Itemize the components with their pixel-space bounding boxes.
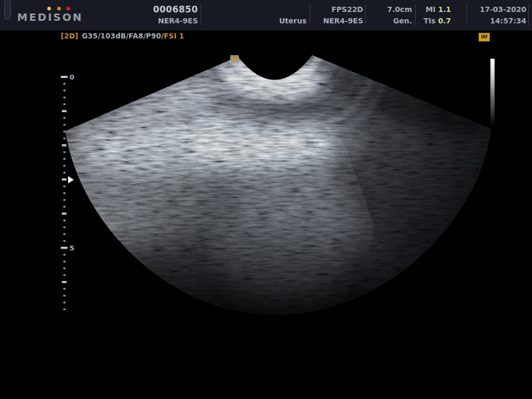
frame-rate: FPS22D	[323, 4, 363, 15]
ruler-tick	[62, 281, 66, 283]
gain-params: G35/103dB/FA8/P90/	[82, 32, 164, 40]
ruler-tick	[63, 124, 65, 126]
ruler-tick	[63, 103, 65, 105]
divider	[467, 4, 467, 25]
ruler-tick	[63, 83, 65, 85]
exam-preset: Uterus	[279, 15, 307, 26]
logo-dot-orange-icon	[57, 7, 61, 10]
depth-label-5: 5	[70, 244, 74, 252]
scan-mode: Gen.	[387, 15, 412, 26]
ruler-tick	[63, 151, 65, 153]
patient-id: 0006850	[153, 4, 198, 15]
date: 17-03-2020	[480, 4, 526, 15]
ruler-tick	[63, 233, 65, 235]
ruler-tick	[62, 178, 66, 180]
ruler-tick	[63, 206, 65, 208]
depth-label-0: 0	[70, 73, 74, 81]
datetime-block: 17-03-2020 14:57:34	[480, 4, 526, 26]
preset-block: Uterus	[279, 4, 307, 26]
ruler-tick	[63, 97, 65, 98]
divider	[365, 4, 366, 25]
ruler-tick	[61, 247, 68, 249]
scan-depth: 7.0cm	[387, 4, 412, 15]
ruler-tick	[63, 309, 65, 310]
tis-value: 0.7	[438, 17, 451, 25]
ruler-tick	[62, 144, 66, 147]
ruler-tick	[63, 185, 65, 187]
mi-label: MI	[425, 5, 435, 14]
ruler-tick	[62, 212, 66, 215]
ruler-tick	[62, 110, 66, 112]
mode-tag: [2D]	[61, 32, 78, 40]
image-parameters: [2D]G35/103dB/FA8/P90/FSI 1	[61, 32, 184, 40]
divider	[201, 4, 201, 25]
ruler-tick	[63, 138, 65, 139]
ruler-tick	[63, 227, 65, 228]
ultrasound-image: 0 5	[0, 0, 532, 399]
mi-value: 1.1	[438, 5, 451, 14]
ruler-tick	[63, 192, 65, 194]
ruler-tick	[63, 117, 65, 119]
brand-name: MEDISON	[17, 11, 83, 23]
divider	[310, 4, 310, 25]
patient-block: 0006850 NER4-9ES	[153, 4, 198, 26]
ruler-tick	[63, 90, 65, 91]
ruler-tick	[63, 288, 65, 290]
fsi-tag: FSI 1	[164, 32, 184, 40]
ruler-tick	[63, 131, 65, 132]
ultrasound-screen: 0 5 MEDISON 0006850 NER4-9ES Uterus FPS2…	[0, 0, 532, 399]
ruler-tick	[63, 254, 65, 256]
ruler-tick	[63, 165, 65, 167]
ruler-tick	[63, 220, 65, 221]
patient-probe: NER4-9ES	[153, 15, 198, 26]
probe-model: NER4-9ES	[323, 15, 363, 26]
safety-indices-block: MI 1.1 TIs 0.7	[423, 4, 451, 26]
srf-badge[interactable]: SRF	[478, 33, 490, 42]
side-menu-handle[interactable]	[4, 0, 11, 19]
ruler-tick	[63, 240, 65, 242]
divider	[415, 4, 416, 25]
ruler-tick	[63, 274, 65, 276]
ruler-tick	[63, 268, 65, 269]
orientation-marker-badge: M	[230, 55, 239, 63]
logo-dot-red-icon	[66, 7, 70, 10]
ruler-tick	[63, 261, 65, 262]
ruler-tick	[63, 302, 65, 303]
depth-mode-block: 7.0cm Gen.	[387, 4, 412, 26]
logo-dot-yellow-icon	[47, 7, 51, 10]
ruler-tick	[63, 199, 65, 201]
acquisition-block: FPS22D NER4-9ES	[323, 4, 363, 26]
tis-label: TIs	[423, 17, 435, 25]
status-bar: MEDISON 0006850 NER4-9ES Uterus FPS22D N…	[0, 0, 532, 30]
ruler-tick	[63, 172, 65, 174]
time: 14:57:34	[480, 15, 526, 26]
grayscale-bar	[490, 59, 495, 125]
ruler-tick	[63, 295, 65, 297]
ruler-tick	[61, 76, 68, 78]
ruler-tick	[63, 158, 65, 159]
divider	[528, 4, 529, 25]
